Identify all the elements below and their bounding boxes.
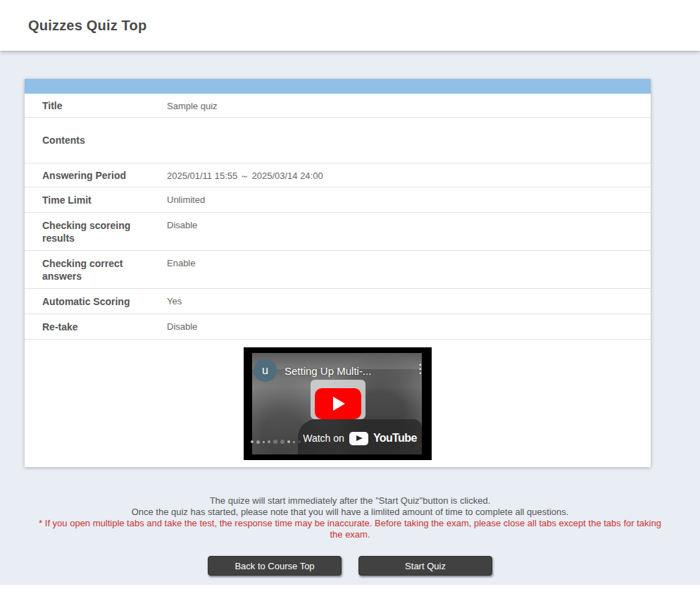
start-quiz-button[interactable]: Start Quiz (358, 556, 492, 576)
youtube-embed[interactable]: u Setting Up Multi-... ⋮ Watch on YouTub… (244, 347, 432, 460)
watch-on-youtube-link[interactable]: Watch on YouTube (298, 419, 422, 454)
row-label: Answering Period (25, 163, 167, 187)
quiz-info-row-time-limit: Time Limit Unlimited (25, 187, 651, 213)
row-label: Contents (25, 118, 167, 163)
video-title-link[interactable]: Setting Up Multi-... (285, 365, 408, 377)
back-to-course-top-button[interactable]: Back to Course Top (208, 556, 342, 576)
quiz-info-row-retake: Re-take Disable (25, 314, 651, 340)
row-value: Sample quiz (167, 94, 651, 117)
youtube-brand-text: YouTube (373, 432, 417, 445)
row-value: Enable (167, 251, 651, 288)
note-line-2: Once the quiz has started, please note t… (0, 507, 700, 518)
quiz-info-row-checking-scoring: Checking scoreing results Disable (25, 213, 651, 251)
quiz-info-row-title: Title Sample quiz (25, 94, 651, 118)
row-label: Re-take (25, 314, 167, 339)
warning-text: * If you open multiple tabs and take the… (39, 518, 661, 540)
row-value: Disable (167, 213, 651, 250)
play-button[interactable] (315, 388, 361, 419)
row-label: Checking scoreing results (25, 213, 167, 250)
row-value: Unlimited (167, 187, 651, 212)
quiz-info-card: Title Sample quiz Contents Answering Per… (25, 79, 651, 467)
quiz-info-row-automatic-scoring: Automatic Scoring Yes (25, 289, 651, 314)
quiz-info-row-contents: Contents (25, 118, 651, 163)
video-row: u Setting Up Multi-... ⋮ Watch on YouTub… (25, 340, 651, 467)
row-label: Checking correct answers (25, 251, 167, 288)
row-value: Disable (167, 314, 651, 339)
note-line-1: The quize will start immediately after t… (0, 495, 700, 507)
page-title: Quizzes Quiz Top (28, 18, 146, 34)
row-label: Time Limit (25, 187, 167, 212)
notes-section: The quize will start immediately after t… (0, 495, 700, 540)
row-value (167, 118, 651, 163)
youtube-logo-icon (349, 432, 368, 445)
footer-strip (0, 585, 700, 589)
row-value: 2025/01/11 15:55 ～ 2025/03/14 24:00 (167, 163, 651, 187)
card-accent-bar (25, 79, 651, 94)
row-value: Yes (167, 289, 651, 314)
channel-avatar[interactable]: u (254, 359, 277, 382)
play-icon (333, 397, 345, 411)
action-buttons: Back to Course Top Start Quiz (0, 556, 700, 576)
more-options-icon[interactable]: ⋮ (414, 363, 426, 375)
quiz-info-row-checking-answers: Checking correct answers Enable (25, 251, 651, 289)
watch-on-label: Watch on (303, 433, 344, 444)
quiz-info-row-answering-period: Answering Period 2025/01/11 15:55 ～ 2025… (25, 163, 651, 187)
row-label: Title (25, 94, 167, 117)
row-label: Automatic Scoring (25, 289, 167, 314)
page-header: Quizzes Quiz Top (0, 0, 700, 51)
